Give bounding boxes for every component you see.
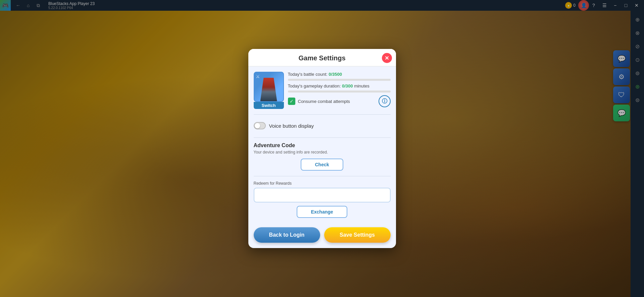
consume-check-icon: ✓: [288, 98, 295, 105]
battle-progress-bar: [288, 79, 391, 81]
gameplay-duration-label: Today's gameplay duration:: [288, 83, 341, 88]
redeem-section: Redeem for Rewards Exchange: [254, 181, 391, 218]
save-settings-button[interactable]: Save Settings: [324, 227, 391, 243]
consume-row: ✓ Consume combat attempts ⓘ: [288, 95, 391, 107]
gameplay-duration-unit: minutes: [354, 83, 369, 88]
exchange-button[interactable]: Exchange: [297, 206, 347, 218]
battle-count-label: Today's battle count:: [288, 72, 328, 77]
avatar-label: Switch: [254, 102, 284, 109]
voice-button-label: Voice button display: [269, 123, 314, 129]
consume-label: Consume combat attempts: [298, 99, 350, 104]
gameplay-duration-value: 0/300: [342, 83, 353, 88]
divider-1: [254, 114, 391, 115]
dialog-header: Game Settings ✕: [248, 49, 396, 66]
battle-count-row: Today's battle count: 0/3500: [288, 72, 391, 77]
voice-section: Voice button display: [254, 119, 391, 132]
redeem-label: Redeem for Rewards: [254, 181, 391, 186]
info-btn[interactable]: ⓘ: [379, 95, 391, 107]
dialog-overlay: Game Settings ✕ Switch Today's battle co…: [0, 0, 644, 297]
back-to-login-button[interactable]: Back to Login: [254, 227, 320, 243]
dialog-body: Switch Today's battle count: 0/3500 Toda…: [248, 66, 396, 227]
dialog-scroll-area[interactable]: Switch Today's battle count: 0/3500 Toda…: [248, 66, 396, 227]
dialog-title: Game Settings: [298, 54, 345, 62]
voice-toggle[interactable]: [254, 122, 266, 129]
duration-progress-bar: [288, 91, 391, 93]
stats-section: Today's battle count: 0/3500 Today's gam…: [288, 72, 391, 107]
battle-count-value: 0/3500: [329, 72, 342, 77]
character-avatar: [254, 72, 284, 102]
adventure-code-section: Adventure Code Your device and setting i…: [254, 142, 391, 171]
check-button[interactable]: Check: [301, 159, 343, 171]
top-section: Switch Today's battle count: 0/3500 Toda…: [254, 72, 391, 109]
dialog-footer: Back to Login Save Settings: [248, 227, 396, 248]
divider-2: [254, 137, 391, 138]
divider-3: [254, 176, 391, 176]
adventure-code-title: Adventure Code: [254, 142, 391, 148]
adventure-code-desc: Your device and setting info are recorde…: [254, 150, 391, 155]
avatar-box: Switch: [254, 72, 284, 109]
dialog-close-btn[interactable]: ✕: [382, 53, 392, 63]
redeem-input[interactable]: [254, 188, 391, 202]
game-settings-dialog: Game Settings ✕ Switch Today's battle co…: [248, 49, 396, 248]
gameplay-duration-row: Today's gameplay duration: 0/300 minutes: [288, 83, 391, 88]
